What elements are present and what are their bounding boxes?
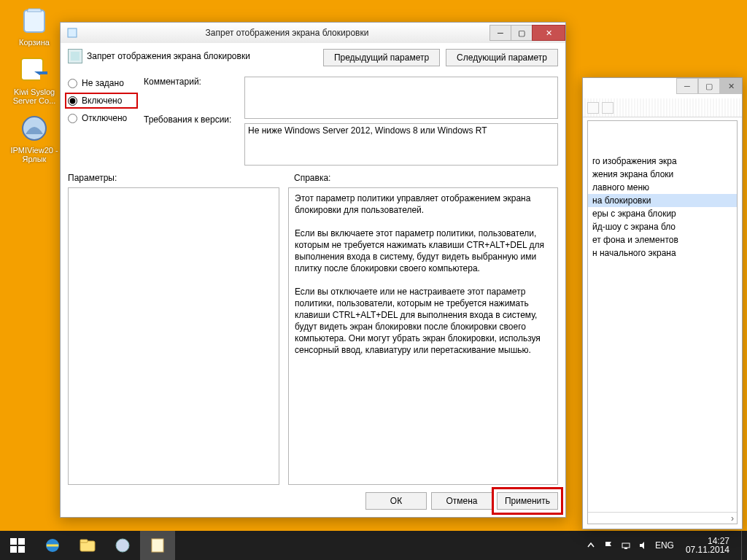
desktop-icons: Корзина Kiwi Syslog Server Co... IPMIVie…: [7, 4, 61, 163]
ok-button[interactable]: ОК: [365, 492, 427, 510]
dialog-body: Запрет отображения экрана блокировки Пре…: [61, 43, 565, 517]
policy-name: Запрет отображения экрана блокировки: [87, 51, 250, 61]
recycle-bin-icon: [18, 4, 50, 36]
maximize-button[interactable]: ▢: [698, 78, 720, 94]
titlebar[interactable]: ─ ▢ ✕: [583, 78, 742, 98]
window-title: Запрет отображения экрана блокировки: [84, 28, 490, 38]
toolbar[interactable]: [583, 98, 742, 117]
ipmiview[interactable]: IPMIView20 - Ярлык: [7, 112, 61, 163]
tray-clock[interactable]: 14:27 07.11.2014: [680, 537, 735, 554]
previous-setting-button[interactable]: Предыдущий параметр: [323, 49, 440, 66]
list-item[interactable]: го изображения экра: [588, 155, 737, 168]
comment-input[interactable]: [244, 77, 558, 119]
window-icon: [65, 26, 80, 40]
list-item[interactable]: жения экрана блоки: [588, 168, 737, 181]
desktop-icon-label: Корзина: [19, 38, 50, 47]
close-button[interactable]: ✕: [720, 78, 742, 94]
svg-rect-5: [71, 52, 80, 61]
horizontal-scrollbar[interactable]: ›: [588, 512, 737, 524]
radio-label: Отключено: [82, 113, 127, 123]
toolbar-icon[interactable]: [602, 102, 614, 114]
svg-rect-7: [18, 538, 25, 545]
parameters-label: Параметры:: [68, 173, 279, 183]
window-body: го изображения экра жения экрана блоки л…: [583, 98, 742, 529]
apply-button[interactable]: Применить: [497, 492, 558, 510]
svg-rect-1: [21, 58, 43, 80]
svg-rect-6: [10, 538, 17, 545]
tray-volume-icon[interactable]: [638, 540, 649, 551]
policy-dialog[interactable]: Запрет отображения экрана блокировки ─ ▢…: [60, 22, 566, 518]
svg-rect-15: [622, 543, 630, 548]
taskbar[interactable]: ENG 14:27 07.11.2014: [0, 531, 747, 560]
desktop-icon-label: IPMIView20 - Ярлык: [7, 146, 61, 163]
requirements-value: [244, 123, 558, 166]
svg-rect-4: [68, 28, 77, 37]
tray-language[interactable]: ENG: [655, 540, 674, 551]
svg-rect-9: [18, 546, 25, 553]
taskbar-app-1[interactable]: [105, 531, 140, 560]
svg-rect-2: [40, 74, 50, 85]
list-item[interactable]: н начального экрана: [588, 246, 737, 260]
list-item[interactable]: йд-шоу с экрана бло: [588, 220, 737, 233]
radio-not-configured[interactable]: [68, 79, 77, 88]
next-setting-button[interactable]: Следующий параметр: [446, 49, 558, 66]
tray-chevron-icon[interactable]: [585, 540, 597, 551]
help-label: Справка:: [294, 173, 330, 183]
comment-label: Комментарий:: [144, 77, 234, 87]
list-item[interactable]: ет фона и элементов: [588, 233, 737, 246]
desktop: Корзина Kiwi Syslog Server Co... IPMIVie…: [0, 0, 747, 560]
policy-list[interactable]: го изображения экра жения экрана блоки л…: [587, 120, 738, 524]
titlebar[interactable]: Запрет отображения экрана блокировки ─ ▢…: [61, 23, 565, 43]
list-item[interactable]: лавного меню: [588, 181, 737, 194]
taskbar-app-active[interactable]: [140, 531, 175, 560]
requirements-label: Требования к версии:: [144, 114, 234, 125]
svg-rect-16: [624, 548, 627, 549]
minimize-button[interactable]: ─: [676, 78, 698, 94]
tray-flag-icon[interactable]: [603, 540, 614, 551]
radio-label: Не задано: [82, 78, 124, 88]
svg-rect-0: [24, 10, 44, 32]
recycle-bin[interactable]: Корзина: [7, 4, 61, 47]
kiwi-syslog[interactable]: Kiwi Syslog Server Co...: [7, 54, 61, 105]
help-panel[interactable]: Этот параметр политики управляет отображ…: [288, 187, 558, 485]
state-disabled[interactable]: Отключено: [68, 113, 133, 123]
state-enabled[interactable]: Включено: [65, 93, 138, 109]
radio-label: Включено: [82, 96, 122, 106]
taskbar-ie[interactable]: [35, 531, 70, 560]
radio-enabled[interactable]: [68, 96, 77, 106]
start-button[interactable]: [0, 531, 35, 560]
list-item[interactable]: еры с экрана блокир: [588, 207, 737, 220]
policy-icon: [68, 49, 82, 63]
svg-rect-8: [10, 546, 17, 553]
parameters-panel[interactable]: [68, 187, 279, 485]
desktop-icon-label: Kiwi Syslog Server Co...: [7, 88, 61, 105]
minimize-button[interactable]: ─: [489, 25, 511, 41]
system-tray[interactable]: ENG 14:27 07.11.2014: [585, 531, 747, 560]
clock-date: 07.11.2014: [686, 545, 729, 554]
taskbar-explorer[interactable]: [70, 531, 105, 560]
cancel-button[interactable]: Отмена: [431, 492, 492, 510]
show-desktop-button[interactable]: [741, 531, 746, 560]
svg-rect-14: [152, 539, 163, 552]
svg-rect-12: [80, 540, 88, 542]
tray-network-icon[interactable]: [620, 540, 632, 551]
maximize-button[interactable]: ▢: [511, 25, 533, 41]
svg-point-13: [116, 539, 129, 552]
toolbar-icon[interactable]: [587, 102, 599, 114]
gpedit-list-window[interactable]: ─ ▢ ✕ го изображения экра жения экрана б…: [582, 77, 743, 529]
ipmiview-icon: [18, 112, 50, 144]
close-button[interactable]: ✕: [532, 25, 565, 41]
state-not-configured[interactable]: Не задано: [68, 78, 133, 88]
list-item-selected[interactable]: на блокировки: [588, 194, 737, 207]
kiwi-syslog-icon: [18, 54, 50, 86]
radio-disabled[interactable]: [68, 114, 77, 123]
